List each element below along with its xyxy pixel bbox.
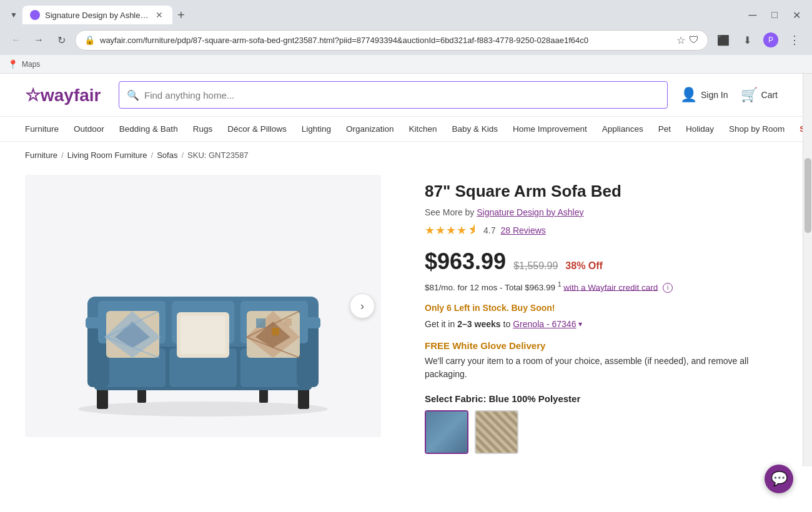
star-half: ⯨: [467, 224, 478, 237]
swatch-beige-bg: [476, 411, 517, 453]
page-wrapper: ☆wayfair 🔍 👤 Sign In 🛒 Cart: [0, 74, 812, 466]
see-more-prefix: See More by: [425, 207, 477, 217]
window-controls: ─ □ ✕: [743, 6, 807, 24]
browser-chrome: ▼ Signature Design by Ashley 87 ✕ + ─ □ …: [0, 0, 812, 74]
new-tab-btn[interactable]: +: [177, 9, 185, 21]
scrollbar[interactable]: [803, 74, 812, 466]
tab-close-btn[interactable]: ✕: [154, 9, 165, 21]
sign-in-button[interactable]: 👤 Sign In: [680, 87, 728, 103]
breadcrumb-sofas[interactable]: Sofas: [157, 150, 177, 160]
nav-rugs[interactable]: Rugs: [193, 124, 213, 134]
profile-button[interactable]: P: [761, 30, 781, 50]
address-bar[interactable]: 🔒 wayfair.com/furniture/pdp/87-square-ar…: [75, 30, 708, 51]
financing-info-icon[interactable]: i: [663, 283, 673, 293]
financing-row: $81/mo. for 12 mos - Total $963.99 1 wit…: [425, 281, 778, 293]
cart-label: Cart: [761, 90, 778, 100]
reload-button[interactable]: ↻: [52, 31, 70, 49]
star-3: ★: [446, 224, 456, 237]
nav-shop-by-room[interactable]: Shop by Room: [729, 124, 785, 134]
nav-kitchen[interactable]: Kitchen: [409, 124, 437, 134]
rating-number: 4.7: [483, 225, 495, 235]
extension-icon[interactable]: 🛡: [689, 34, 699, 46]
logo[interactable]: ☆wayfair: [25, 84, 106, 106]
breadcrumb-living-room[interactable]: Living Room Furniture: [67, 150, 147, 160]
browser-nav-bar: ← → ↻ 🔒 wayfair.com/furniture/pdp/87-squ…: [0, 25, 812, 55]
fabric-options: [425, 410, 778, 454]
nav-appliances[interactable]: Appliances: [602, 124, 643, 134]
nav-decor[interactable]: Décor & Pillows: [227, 124, 287, 134]
nav-organization[interactable]: Organization: [346, 124, 394, 134]
reviews-link[interactable]: 28 Reviews: [500, 225, 545, 235]
extensions-button[interactable]: ⬛: [713, 30, 733, 50]
menu-button[interactable]: ⋮: [785, 30, 805, 50]
delivery-location-link[interactable]: Grenola - 67346: [513, 319, 576, 329]
financing-text: $81/mo. for 12 mos - Total $963.99: [425, 282, 555, 292]
brand-link[interactable]: Signature Design by Ashley: [477, 207, 583, 217]
page-content: ☆wayfair 🔍 👤 Sign In 🛒 Cart: [0, 74, 803, 466]
sign-in-label: Sign In: [701, 90, 728, 100]
star-rating: ★ ★ ★ ★ ⯨: [425, 224, 478, 237]
delivery-time: 2–3 weeks: [457, 319, 500, 329]
free-delivery-title: FREE White Glove Delivery: [425, 340, 778, 351]
see-more-row: See More by Signature Design by Ashley: [425, 207, 778, 217]
search-bar[interactable]: 🔍: [119, 81, 668, 109]
bookmark-icon[interactable]: ☆: [676, 34, 685, 46]
free-delivery-desc: We'll carry your item to a room of your …: [425, 355, 778, 381]
star-1: ★: [425, 224, 435, 237]
price-current: $963.99: [425, 249, 506, 275]
close-btn[interactable]: ✕: [786, 7, 807, 24]
account-icon: 👤: [680, 87, 697, 103]
nav-holiday[interactable]: Holiday: [686, 124, 714, 134]
svg-rect-36: [284, 318, 292, 326]
cart-button[interactable]: 🛒 Cart: [741, 87, 778, 103]
price-row: $963.99 $1,559.99 38% Off: [425, 249, 778, 275]
tab-back-btn[interactable]: ▼: [5, 6, 22, 24]
browser-tab[interactable]: Signature Design by Ashley 87 ✕: [22, 6, 172, 24]
forward-button[interactable]: →: [30, 31, 47, 49]
download-button[interactable]: ⬇: [737, 30, 757, 50]
maps-favicon: 📍: [7, 59, 18, 69]
header-actions: 👤 Sign In 🛒 Cart: [680, 87, 778, 103]
swatch-blue-bg: [426, 411, 467, 453]
nav-outdoor[interactable]: Outdoor: [74, 124, 104, 134]
product-main-image: ›: [25, 175, 381, 437]
nav-baby[interactable]: Baby & Kids: [452, 124, 498, 134]
back-button[interactable]: ←: [7, 31, 25, 49]
nav-pet[interactable]: Pet: [658, 124, 671, 134]
rating-row: ★ ★ ★ ★ ⯨ 4.7 28 Reviews: [425, 224, 778, 237]
tab-bar: ▼ Signature Design by Ashley 87 ✕ + ─ □ …: [0, 0, 812, 25]
breadcrumb-sep-3: /: [181, 150, 184, 160]
maximize-btn[interactable]: □: [765, 7, 784, 23]
nav-bedding[interactable]: Bedding & Bath: [119, 124, 178, 134]
tab-title: Signature Design by Ashley 87: [45, 11, 149, 20]
image-next-button[interactable]: ›: [350, 293, 375, 318]
site-header: ☆wayfair 🔍 👤 Sign In 🛒 Cart: [0, 74, 803, 117]
sofa-illustration: [41, 187, 365, 425]
nav-furniture[interactable]: Furniture: [25, 124, 59, 134]
breadcrumb-sep-2: /: [151, 150, 154, 160]
minimize-btn[interactable]: ─: [743, 6, 763, 24]
nav-home-improvement[interactable]: Home Improvement: [513, 124, 587, 134]
scrollbar-thumb[interactable]: [805, 158, 811, 233]
maps-label[interactable]: Maps: [22, 60, 40, 69]
delivery-chevron-icon[interactable]: ▾: [578, 320, 582, 328]
product-info: 87" Square Arm Sofa Bed See More by Sign…: [425, 175, 778, 454]
lock-icon: 🔒: [84, 35, 95, 45]
fabric-swatch-blue[interactable]: [425, 410, 468, 454]
nav-lighting[interactable]: Lighting: [302, 124, 331, 134]
cart-icon: 🛒: [741, 87, 758, 103]
bookmarks-bar: 📍 Maps: [0, 55, 812, 74]
search-input[interactable]: [144, 90, 660, 101]
svg-rect-28: [181, 316, 225, 354]
breadcrumb-furniture[interactable]: Furniture: [25, 150, 57, 160]
fabric-swatch-beige[interactable]: [475, 410, 518, 454]
star-4: ★: [457, 224, 467, 237]
wayfair-credit-link[interactable]: with a Wayfair credit card: [563, 282, 658, 292]
fabric-label-text: Select Fabric: Blue 100% Polyester: [425, 393, 580, 404]
nav-menu: Furniture Outdoor Bedding & Bath Rugs Dé…: [0, 117, 803, 142]
svg-point-1: [78, 401, 328, 416]
browser-toolbar: ⬛ ⬇ P ⋮: [713, 30, 805, 50]
stock-warning: Only 6 Left in Stock. Buy Soon!: [425, 303, 778, 313]
svg-rect-2: [97, 387, 108, 409]
svg-rect-34: [256, 318, 265, 328]
